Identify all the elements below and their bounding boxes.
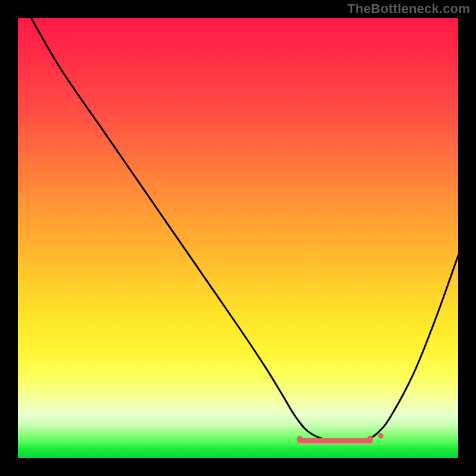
optimal-zone-far-dot <box>378 433 384 439</box>
watermark-text: TheBottleneck.com <box>347 1 470 17</box>
chart-frame: TheBottleneck.com <box>0 0 476 476</box>
optimal-zone-left-dot <box>297 436 303 441</box>
optimal-zone-right-dot <box>367 436 373 441</box>
plot-area <box>18 18 458 458</box>
bottleneck-curve-svg <box>18 18 458 458</box>
bottleneck-curve <box>31 18 458 441</box>
